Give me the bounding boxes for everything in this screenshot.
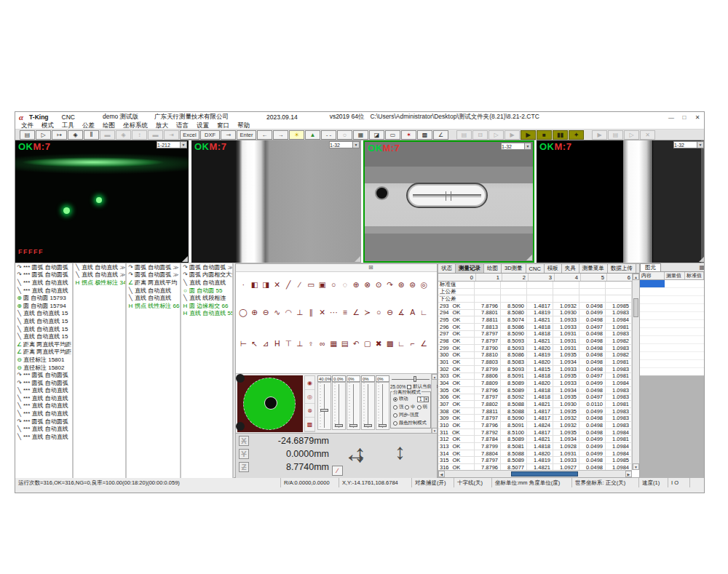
light-mode-icon[interactable]: ◉ [305,376,314,390]
run-start-button[interactable]: ▶ [521,130,536,140]
measurement-list-item[interactable]: ↷ 圆弧 自动圆弧 ≫ [127,263,180,271]
results-tab[interactable]: 绘图 [484,264,502,273]
geometry-tool-icon[interactable]: ∠ [419,338,430,348]
table-row[interactable]: 313OK 7.87998.50811.48181.09280.04991.09… [438,443,632,450]
geometry-tool-icon[interactable]: ◎ [419,279,430,290]
light-slider[interactable]: 0% [347,375,360,430]
light-slider-thumb[interactable] [335,424,343,427]
play-gray-button[interactable]: ▶ [505,130,520,140]
focus-button[interactable]: ▬ [100,130,115,140]
camera-2-selector[interactable]: 1-32▼ [329,141,360,148]
resize-grip[interactable] [699,256,705,262]
stage-move-button[interactable]: ↦ [52,130,67,140]
camera-pane-2[interactable]: OKM:7 1-32▼ [191,140,361,263]
measurement-list-item[interactable]: ↷ *** 圆弧 自动圆弧 [15,379,72,387]
measurement-list-item[interactable]: ⊖ 直径标注 15801 [15,356,72,364]
edge-detect-button[interactable]: Ⅱ [84,130,99,140]
resize-grip[interactable] [355,256,360,262]
chart-button[interactable]: ∠ [433,130,448,140]
measurement-list-item[interactable]: ╲ 直线 自动直线 15 [15,325,72,333]
table-row[interactable]: 标准值 [438,282,632,289]
table-row[interactable]: 316OK 7.87968.50771.48211.09270.04981.09… [438,464,632,470]
table-row[interactable]: 294OK 7.88018.50801.48191.09300.04991.09… [438,310,632,317]
measurement-list-item[interactable]: ○ 圆 自动圆 55 [181,287,232,295]
default-mode-checkbox[interactable] [407,385,411,389]
geometry-tool-icon[interactable]: ◠ [283,306,294,317]
measurement-list-item[interactable]: ╲ 直线 自动直线 15 [15,332,72,340]
measurement-list-item[interactable]: ↷ 圆弧 自动圆弧 ≫ [181,263,232,271]
goto-button[interactable]: ⇥ [164,130,179,140]
table-row[interactable]: 306OK 7.87978.50921.48181.09350.04971.09… [438,394,632,402]
light-slider-track[interactable] [361,382,375,430]
zoom-slider[interactable] [392,376,430,382]
probe-down-button[interactable]: ◈ [116,130,131,140]
save2-button[interactable]: ▤ [608,130,623,140]
table-row[interactable]: 下公差 [438,295,632,303]
magnifier-button[interactable]: ◌ [337,130,352,140]
linkage-radio[interactable] [393,397,397,402]
star-button[interactable]: ✶ [401,130,416,140]
barcode-button[interactable]: ▩ [417,130,432,140]
measurement-list-item[interactable]: ╲ *** 直线 自动直线 [15,402,72,410]
geometry-tool-icon[interactable]: ⊖ [261,306,272,317]
geometry-tool-icon[interactable]: ▢ [363,338,373,348]
enter-button[interactable]: Enter [237,130,256,140]
measurement-list-item[interactable]: ↷ *** 圆弧 自动圆弧 [15,371,72,379]
measurement-list-item[interactable]: H 直线 自动直线 55 [181,310,232,318]
measurement-list-item[interactable]: ⊕ 圆 自动圆 15794 [15,302,72,310]
table-row[interactable]: 295OK 7.88118.50741.48211.09330.04981.09… [438,316,632,324]
camera-4-selector[interactable]: 1-32▼ [673,141,704,148]
menu-item[interactable]: 窗口 [217,121,229,130]
run-stop-button[interactable]: ■ [537,130,552,140]
grid-button[interactable]: ▦ [353,130,368,140]
table-row[interactable]: 304OK 7.88098.50891.48201.09330.04991.09… [438,380,632,387]
panel-grid-icon[interactable]: ⊞ [368,264,373,271]
cut-button[interactable]: ✕ [640,130,655,140]
table-row[interactable]: 302OK 7.87998.50931.48151.09330.04981.09… [438,366,632,373]
redo-button[interactable]: → [273,130,288,140]
table-row[interactable]: 309OK 7.87978.50901.48171.09320.04981.09… [438,415,632,422]
menu-item[interactable]: 放大 [156,121,168,130]
menu-item[interactable]: 文件 [21,121,33,130]
table-row[interactable]: 上公差 [438,289,632,296]
geometry-tool-icon[interactable]: ⊿ [261,338,272,348]
menu-item[interactable]: 帮助 [237,121,250,130]
geometry-tool-icon[interactable]: ∡ [396,306,407,317]
light-slider-track[interactable] [347,382,360,430]
table-row[interactable]: 311OK 7.87928.51001.48171.09350.04981.09… [438,429,632,437]
geometry-tool-icon[interactable]: ⊗ [363,279,373,290]
geometry-tool-icon[interactable]: ≻ [363,306,373,317]
geometry-tool-icon[interactable]: ◌ [340,279,351,290]
dashes-button[interactable]: - - [321,130,336,140]
light-slider-thumb[interactable] [364,424,372,427]
scroll-right-icon[interactable]: ▶ [625,471,632,477]
blank-button[interactable]: ▭ [385,130,400,140]
sync-intensity-radio[interactable] [393,413,397,418]
measurement-list-item[interactable]: ╲ *** 直线 自动直线 [15,425,72,433]
light-slider[interactable]: 0.0% [332,375,346,430]
geometry-tool-icon[interactable]: ∟ [419,306,430,317]
x-axis-button[interactable]: X [239,436,249,446]
close-button[interactable]: ✕ [691,113,704,121]
dxf-export-button[interactable]: DXF [200,130,220,140]
geometry-tool-icon[interactable]: ⌐ [408,338,419,348]
measurement-list-item[interactable]: ∠ 距离 两直线平均 [127,279,180,287]
camera-pane-1[interactable]: OKM:7 1-212▼ FFFFF [15,140,189,263]
table-row[interactable]: 312OK 7.87848.50891.48211.09340.04991.09… [438,436,632,443]
measurement-list-item[interactable]: ↷ 圆弧 内圆相交大角 [181,271,232,279]
light-slider[interactable]: 0% [376,375,389,430]
geometry-tool-icon[interactable]: ▣ [317,279,328,290]
menu-item[interactable]: 绘图 [103,121,115,130]
xy-jog-arrows-icon[interactable]: ↔↕ [344,439,381,470]
light-mode-icon[interactable]: ◎ [305,390,314,404]
undo-button[interactable]: ← [257,130,272,140]
color-mode-radio[interactable] [393,421,397,426]
camera-pane-4[interactable]: OKM:7 1-32▼ [537,140,705,263]
scroll-up-icon[interactable]: ▲ [633,274,639,280]
table-row[interactable]: 307OK 7.88028.50881.48211.09300.01101.09… [438,401,632,408]
weak-radio[interactable] [417,405,422,410]
geometry-tool-icon[interactable]: ▭ [306,279,317,290]
light-slider-thumb[interactable] [349,424,357,427]
results-tab[interactable]: 状态 [438,264,456,273]
table-row[interactable]: 297OK 7.87978.50901.48181.09310.04981.09… [438,331,632,338]
